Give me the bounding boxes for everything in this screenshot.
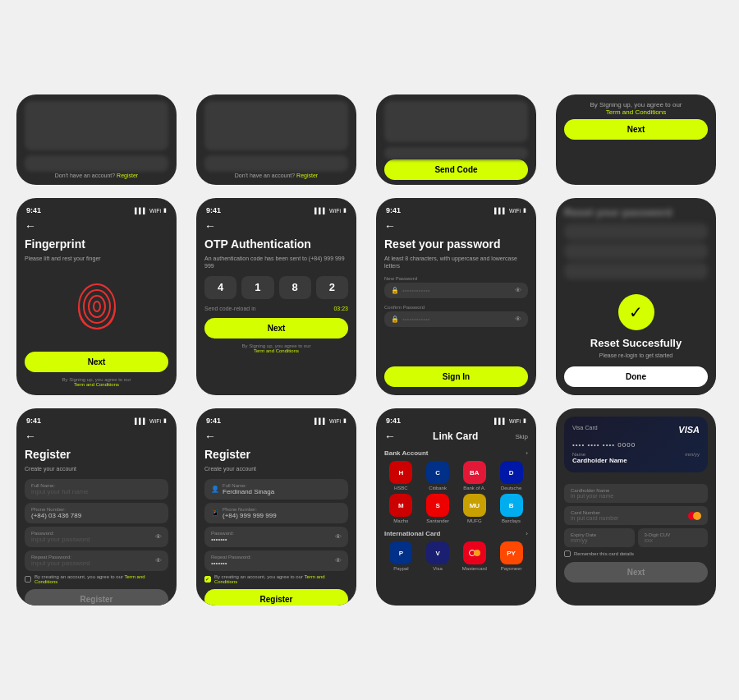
cardholder-name-field[interactable]: Cardholder Name in put your name [564,484,708,503]
bank-logo-hsbc: H [389,461,412,484]
status-icons-fp: ▌▌▌ WiFi ▮ [135,207,167,214]
register-link-1[interactable]: Register [117,173,138,178]
bank-citi[interactable]: C Citibank [421,461,455,490]
repeat-password-field-filled[interactable]: Repeat Password: ••••••• 👁 [204,550,348,571]
bank-mufg[interactable]: MU MUFG [458,494,492,523]
back-arrow-re[interactable]: ← [25,430,168,443]
bank-bofa[interactable]: BA Bank of A. [458,461,492,490]
card-logo-paypal: P [389,541,412,564]
otp-digit-3[interactable]: 8 [279,276,311,299]
expiry-field[interactable]: Expiry Date mm/yy [564,528,635,547]
eye-icon-pw-empty[interactable]: 👁 [155,533,162,541]
eye-icon-new[interactable]: 👁 [515,287,521,294]
otp-digit-1[interactable]: 4 [204,276,236,299]
register-button-filled[interactable]: Register [204,589,348,606]
password-field-empty[interactable]: Password: input your password 👁 [25,527,168,547]
register-prompt-1: Don't have an account? Register [25,173,168,178]
register-prompt-2: Don't have an account? Register [204,173,348,178]
back-arrow-lc[interactable]: ← [384,430,396,443]
otp-digit-4[interactable]: 2 [316,276,348,299]
eye-icon-repeat-empty[interactable]: 👁 [155,557,162,564]
register-button-empty[interactable]: Register [25,589,168,606]
terms-checkbox-filled[interactable]: ✓ [204,576,211,583]
back-arrow-rf[interactable]: ← [204,430,348,443]
battery-icon-otp: ▮ [343,207,347,214]
terms-link-empty[interactable]: Term and Conditions [34,574,145,584]
new-password-group: New Password 🔒 •••••••••••• 👁 [384,276,528,302]
eye-icon-confirm[interactable]: 👁 [515,315,521,323]
otp-terms-link[interactable]: Term and Conditions [254,348,299,353]
bank-hsbc[interactable]: H HSBC [384,461,418,490]
back-arrow-otp[interactable]: ← [204,219,348,233]
card-payoneer[interactable]: PY Payoneer [494,541,528,571]
card-paypal[interactable]: P Paypal [384,541,418,571]
sign-in-button[interactable]: Sign In [384,366,528,387]
screen-reset-password: 9:41 ▌▌▌ WiFi ▮ ← Reset your password At… [376,198,536,395]
intl-card-label: International Card [384,530,440,537]
otp-reload-row: Send code-reload in 03:23 [204,306,348,311]
visa-name-group: Name Cardholder Name [572,452,627,464]
bank-mazho[interactable]: M Mazho [384,494,418,523]
status-icons-rp: ▌▌▌ WiFi ▮ [494,207,526,214]
card-name-payoneer: Payoneer [501,566,522,571]
full-name-value-filled: Ferdinand Sinaga [223,488,274,495]
time-fp: 9:41 [26,206,41,214]
cvv-value: xxx [645,537,702,543]
card-number-field[interactable]: Card Number in put card number [564,506,708,525]
terms-link-filled[interactable]: Term and Conditions [214,574,325,584]
card-visa[interactable]: V Visa [421,541,455,571]
phone-field-filled[interactable]: 📱 Phone Number: (+84) 999 999 999 [204,503,348,523]
full-name-field-filled[interactable]: 👤 Full Name: Ferdinand Sinaga [204,479,348,500]
visa-card-number: •••• •••• •••• 0000 [572,441,700,449]
status-icons-rf: ▌▌▌ WiFi ▮ [314,417,347,424]
bank-deutsche[interactable]: D Deutsche [494,461,528,490]
visa-next-button[interactable]: Next [564,562,708,583]
bank-santander[interactable]: S Santander [421,494,455,523]
repeat-password-field-empty[interactable]: Repeat Password: input your password 👁 [25,550,168,571]
register-filled-title: Register [204,448,348,462]
back-arrow-rp[interactable]: ← [384,219,528,233]
terms-text-empty: By creating an account, you agree to our… [34,574,168,584]
top-terms-link[interactable]: Term and Conditions [606,108,666,116]
terms-checkbox-empty[interactable] [25,576,31,583]
eye-icon-repeat-filled[interactable]: 👁 [335,557,342,564]
password-value-filled: ••••••• [211,536,234,543]
time-re: 9:41 [26,417,41,425]
cvv-field[interactable]: 3-Digit CUV xxx [638,528,709,547]
svg-point-3 [94,302,100,311]
bank-barclays[interactable]: B Barclays [494,494,528,523]
fingerprint-terms-link[interactable]: Term and Conditions [74,382,119,387]
password-field-filled[interactable]: Password: ••••••• 👁 [204,527,348,547]
repeat-label-filled: Repeat Password: [211,555,251,560]
terms-text-filled: By creating an account, you agree to our… [214,574,348,584]
bank-account-arrow[interactable]: › [526,449,528,457]
otp-digit-2[interactable]: 1 [241,276,273,299]
send-code-button[interactable]: Send Code [384,159,528,180]
otp-reload-label: Send code-reload in [204,306,256,311]
bank-name-citi: Citibank [429,486,447,490]
intl-card-arrow[interactable]: › [526,530,528,537]
confirm-password-field[interactable]: 🔒 •••••••••••• 👁 [384,311,528,327]
full-name-field-empty[interactable]: Full Name: input your full name [25,479,168,500]
bank-logo-barclays: B [500,494,523,517]
bank-logo-citi: C [426,461,449,484]
register-empty-subtitle: Create your account [25,465,168,472]
new-password-field[interactable]: 🔒 •••••••••••• 👁 [384,283,528,298]
skip-button[interactable]: Skip [515,433,528,440]
visa-card-type-label: Visa Card [572,425,598,435]
time-rf: 9:41 [206,417,221,425]
card-mastercard[interactable]: Mastercard [458,541,492,571]
phone-field-empty[interactable]: Phone Number: (+84) 03 436 789 [25,503,168,523]
status-bar-otp: 9:41 ▌▌▌ WiFi ▮ [204,206,348,214]
register-link-2[interactable]: Register [296,173,318,178]
done-button[interactable]: Done [564,366,708,387]
top-next-button[interactable]: Next [564,119,708,140]
otp-next-button[interactable]: Next [204,318,348,338]
remember-card-checkbox[interactable] [564,550,571,557]
fingerprint-next-button[interactable]: Next [25,352,168,372]
back-arrow-fp[interactable]: ← [25,219,168,233]
wifi-icon-rf: WiFi [329,418,341,424]
visa-cardholder-name: Cardholder Name [572,457,627,464]
eye-icon-pw-filled[interactable]: 👁 [335,533,342,541]
battery-icon-rp: ▮ [523,207,526,214]
